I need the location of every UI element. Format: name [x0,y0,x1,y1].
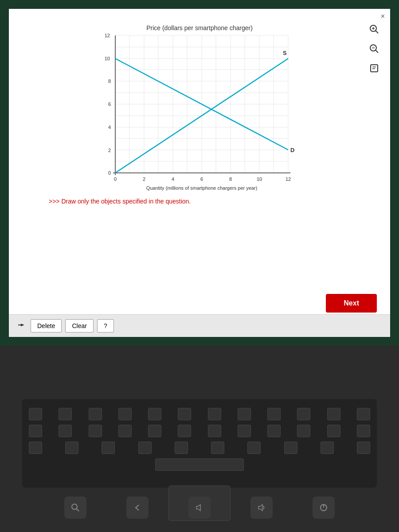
svg-text:2: 2 [143,176,145,182]
svg-text:6: 6 [200,176,203,182]
svg-marker-56 [196,505,200,511]
sidebar-icons [367,22,381,75]
back-key-icon[interactable] [126,497,149,519]
laptop-screen: × [0,0,399,346]
chart-container[interactable]: Price (dollars per smartphone charger) [89,22,310,192]
content-area: × [9,9,390,337]
key[interactable] [59,425,72,437]
key[interactable] [65,442,78,454]
supply-label: S [283,50,287,56]
key[interactable] [327,408,340,420]
keyboard-row-2 [22,422,377,439]
key[interactable] [178,425,191,437]
svg-text:8: 8 [229,176,232,182]
key[interactable] [89,408,102,420]
key[interactable] [89,425,102,437]
key[interactable] [29,442,42,454]
key[interactable] [148,408,161,420]
key[interactable] [138,442,152,454]
key[interactable] [357,425,370,437]
key[interactable] [267,425,281,437]
next-button[interactable]: Next [326,294,377,313]
svg-text:0: 0 [114,176,117,182]
key[interactable] [247,442,261,454]
svg-text:12: 12 [105,33,110,38]
draw-tool-icon[interactable] [16,319,27,332]
power-key-icon[interactable] [313,497,335,519]
zoom-in-icon[interactable] [367,22,381,36]
svg-text:10: 10 [105,56,110,61]
key[interactable] [267,408,281,420]
edit-icon[interactable] [367,61,381,75]
key[interactable] [178,408,191,420]
close-button[interactable]: × [381,12,385,20]
keyboard-area [22,399,377,488]
svg-text:8: 8 [108,78,111,84]
key[interactable] [148,425,161,437]
svg-text:10: 10 [257,176,262,182]
search-key-icon[interactable] [64,497,86,519]
toolbar: Delete Clear ? [9,314,390,337]
key[interactable] [29,425,42,437]
key[interactable] [175,442,188,454]
svg-rect-7 [371,65,378,72]
key[interactable] [357,442,370,454]
svg-text:4: 4 [108,125,111,130]
key[interactable] [357,408,370,420]
spacebar-key[interactable] [155,458,244,471]
key[interactable] [211,442,224,454]
instruction-text: >>> Draw only the objects specified in t… [49,198,191,205]
key[interactable] [102,442,115,454]
key[interactable] [327,425,340,437]
svg-text:4: 4 [172,176,174,182]
volume-up-icon[interactable] [250,497,273,519]
clear-button[interactable]: Clear [65,319,93,332]
svg-text:0: 0 [108,170,111,176]
svg-line-55 [76,509,79,511]
svg-marker-53 [21,324,24,326]
demand-label: D [290,147,294,153]
key[interactable] [238,425,251,437]
key[interactable] [29,408,42,420]
bottom-icons [0,497,399,519]
svg-text:2: 2 [108,148,111,153]
chart-title: Price (dollars per smartphone charger) [146,24,253,31]
key[interactable] [238,408,251,420]
zoom-out-icon[interactable] [367,42,381,56]
keyboard-row-1 [22,406,377,422]
delete-button[interactable]: Delete [31,319,62,332]
key[interactable] [297,425,310,437]
keyboard-row-3 [22,439,377,456]
help-button[interactable]: ? [97,319,114,332]
svg-marker-57 [258,505,262,511]
key[interactable] [59,408,72,420]
svg-line-5 [376,50,378,53]
key[interactable] [297,408,310,420]
keyboard-row-spacebar [22,456,377,473]
svg-text:12: 12 [286,176,291,182]
key[interactable] [284,442,297,454]
key[interactable] [118,425,132,437]
key[interactable] [321,442,334,454]
x-axis-label: Quantity (millions of smartphone charger… [146,185,258,191]
svg-line-1 [376,31,378,33]
svg-text:6: 6 [108,102,111,107]
key[interactable] [118,408,132,420]
main-panel: × [9,9,390,314]
key[interactable] [208,408,221,420]
volume-mute-icon[interactable] [188,497,211,519]
key[interactable] [208,425,221,437]
